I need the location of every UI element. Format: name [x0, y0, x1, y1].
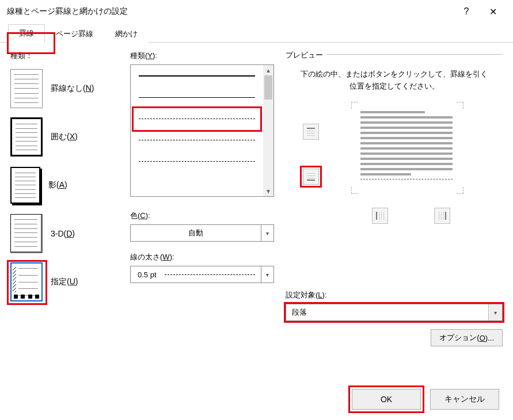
width-heading: 線の太さ(W): — [130, 252, 274, 262]
setting-shadow-label: 影(A) — [48, 180, 67, 190]
dialog-title: 線種とページ罫線と網かけの設定 — [7, 6, 453, 17]
crop-corner-icon — [457, 102, 463, 109]
chevron-down-icon: ▾ — [488, 304, 502, 320]
setting-column: 種類： 罫線なし(N) 囲む(X) — [10, 51, 126, 371]
svg-rect-15 — [443, 212, 444, 220]
setting-custom[interactable]: 指定(U) — [10, 258, 126, 306]
setting-shadow-icon — [10, 167, 40, 204]
tab-strip: 罫線 ページ罫線 網かけ — [0, 23, 513, 43]
crop-corner-icon — [351, 102, 358, 109]
width-combo[interactable]: 0.5 pt ▾ — [130, 266, 274, 283]
options-button[interactable]: オプション(O)... — [431, 329, 503, 346]
chevron-down-icon: ▾ — [261, 225, 273, 241]
apply-to-heading: 設定対象(L): — [286, 290, 503, 300]
apply-to-combo[interactable]: 段落 ▾ — [286, 304, 503, 321]
setting-shadow[interactable]: 影(A) — [10, 161, 126, 209]
titlebar: 線種とページ罫線と網かけの設定 ? ✕ — [0, 0, 513, 23]
svg-rect-2 — [307, 133, 315, 133]
setting-box-label: 囲む(X) — [51, 132, 78, 142]
svg-rect-14 — [441, 212, 442, 220]
preview-group: プレビュー 下の絵の中、またはボタンをクリックして、罫線を引く位置を指定してくだ… — [286, 54, 503, 284]
setting-custom-label: 指定(U) — [51, 277, 78, 287]
preview-help-text: 下の絵の中、またはボタンをクリックして、罫線を引く位置を指定してください。 — [299, 68, 489, 93]
chevron-down-icon: ▾ — [261, 266, 273, 282]
line-style-solid-thick[interactable] — [139, 75, 255, 77]
setting-3d[interactable]: 3-D(D) — [10, 209, 126, 258]
crop-corner-icon — [351, 187, 358, 194]
svg-rect-12 — [445, 212, 446, 220]
line-style-dashed-fine[interactable] — [139, 119, 255, 119]
preview-paragraph — [360, 111, 453, 180]
dialog-window: 線種とページ罫線と網かけの設定 ? ✕ 罫線 ページ罫線 網かけ 種類： 罫線な… — [0, 0, 513, 420]
preview-column: プレビュー 下の絵の中、またはボタンをクリックして、罫線を引く位置を指定してくだ… — [286, 51, 503, 371]
tab-shading[interactable]: 網かけ — [104, 25, 149, 43]
svg-rect-0 — [307, 128, 315, 129]
setting-3d-label: 3-D(D) — [51, 229, 75, 238]
color-heading: 色(C): — [130, 211, 274, 221]
style-heading: 種類(Y): — [130, 51, 274, 61]
svg-rect-8 — [376, 212, 377, 220]
color-combo[interactable]: 自動 ▾ — [130, 224, 274, 242]
scroll-up-icon[interactable]: ▲ — [263, 65, 273, 75]
tab-borders[interactable]: 罫線 — [8, 24, 45, 43]
border-bottom-button[interactable] — [303, 169, 319, 185]
ok-button[interactable]: OK — [352, 389, 421, 410]
apply-to-value: 段落 — [286, 304, 488, 320]
setting-none[interactable]: 罫線なし(N) — [10, 64, 126, 113]
annotation-highlight — [132, 106, 262, 132]
svg-rect-6 — [307, 175, 315, 176]
svg-rect-13 — [439, 212, 439, 220]
line-style-dashed-2[interactable] — [139, 161, 255, 162]
preview-canvas[interactable] — [286, 104, 503, 225]
preview-heading: プレビュー — [286, 50, 326, 60]
dialog-body: 種類： 罫線なし(N) 囲む(X) — [0, 43, 513, 371]
border-right-button[interactable] — [434, 208, 450, 224]
style-column: 種類(Y): ▲ ▼ — [130, 51, 274, 371]
setting-custom-icon — [10, 262, 43, 301]
color-value: 自動 — [131, 225, 261, 241]
tab-page-borders[interactable]: ページ罫線 — [45, 25, 104, 43]
line-style-viewport — [131, 65, 263, 196]
width-sample-line — [165, 274, 255, 275]
svg-rect-9 — [379, 212, 379, 220]
svg-rect-7 — [307, 178, 315, 178]
setting-box[interactable]: 囲む(X) — [10, 113, 126, 161]
line-style-dashed[interactable] — [139, 140, 255, 140]
scrollbar[interactable]: ▲ ▼ — [263, 65, 273, 196]
scroll-down-icon[interactable]: ▼ — [263, 186, 273, 196]
setting-3d-icon — [10, 214, 43, 253]
setting-none-icon — [10, 69, 43, 108]
width-value: 0.5 pt — [131, 266, 261, 282]
svg-rect-1 — [307, 131, 315, 131]
svg-rect-3 — [307, 135, 315, 136]
close-button[interactable]: ✕ — [480, 0, 506, 23]
svg-rect-10 — [381, 212, 382, 220]
border-top-button[interactable] — [303, 124, 319, 140]
svg-rect-4 — [307, 180, 315, 181]
crop-corner-icon — [457, 187, 463, 194]
line-style-solid[interactable] — [139, 97, 255, 98]
svg-rect-11 — [383, 212, 384, 220]
preview-bottom-border — [360, 179, 453, 180]
setting-heading: 種類： — [10, 51, 126, 61]
svg-rect-5 — [307, 173, 315, 174]
dialog-footer: OK キャンセル — [352, 389, 499, 410]
apply-to-row: 設定対象(L): 段落 ▾ オプション(O)... — [286, 290, 503, 321]
setting-box-icon — [10, 117, 43, 156]
line-style-list[interactable]: ▲ ▼ — [130, 64, 274, 197]
setting-none-label: 罫線なし(N) — [51, 83, 94, 94]
help-button[interactable]: ? — [453, 0, 480, 23]
scroll-thumb[interactable] — [264, 75, 272, 100]
border-left-button[interactable] — [372, 208, 388, 224]
cancel-button[interactable]: キャンセル — [430, 389, 499, 410]
